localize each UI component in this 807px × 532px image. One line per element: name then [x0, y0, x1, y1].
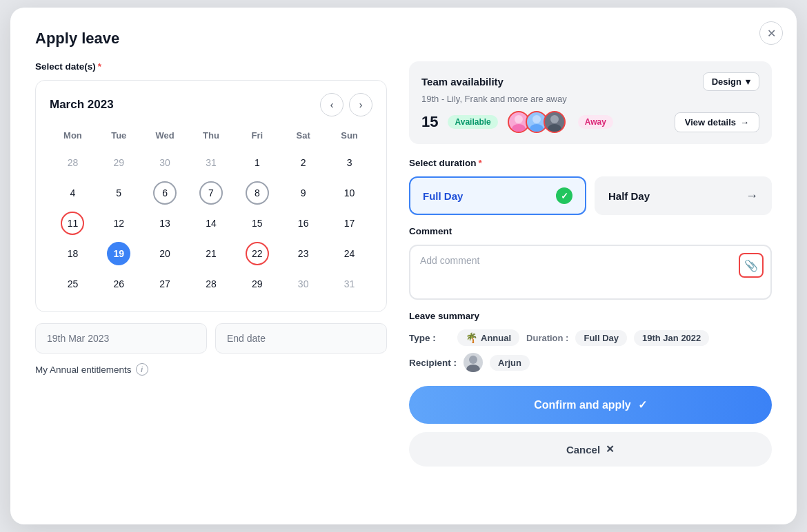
away-badge: Away: [578, 115, 613, 129]
summary-type-row: Type : 🌴 Annual Duration : Full Day 19th…: [409, 329, 772, 346]
team-avail-title: Team availability: [421, 76, 504, 88]
calendar-day[interactable]: 6: [142, 178, 188, 208]
calendar-day[interactable]: 30: [142, 147, 188, 178]
calendar-day[interactable]: 23: [280, 238, 326, 269]
calendar-day[interactable]: 2: [280, 147, 326, 178]
calendar-container: March 2023 ‹ › MonTueWedThuFriSatSun 282…: [35, 80, 387, 312]
left-panel: Select date(s)* March 2023 ‹ › MonTueWed…: [35, 61, 387, 467]
calendar-day[interactable]: 7: [188, 178, 235, 208]
summary-recipient-row: Recipient : Arjun: [409, 353, 772, 372]
avatars-group: [508, 111, 566, 133]
available-badge: Available: [448, 115, 497, 129]
design-dropdown[interactable]: Design ▾: [703, 72, 759, 91]
calendar-day[interactable]: 26: [96, 269, 142, 299]
calendar-grid: MonTueWedThuFriSatSun 282930311234567891…: [50, 127, 372, 299]
calendar-day[interactable]: 9: [280, 178, 326, 208]
duration-divider-label: Duration :: [526, 333, 568, 343]
check-icon: ✓: [556, 187, 572, 204]
entitlements-label: My Annual entitlements: [35, 365, 132, 375]
svg-point-2: [532, 115, 541, 123]
calendar-day[interactable]: 22: [234, 238, 280, 269]
calendar-day[interactable]: 3: [326, 147, 372, 178]
weekday-header: Sun: [326, 127, 372, 147]
calendar-day[interactable]: 21: [188, 238, 235, 269]
leave-summary-section: Leave summary Type : 🌴 Annual Duration :…: [409, 311, 772, 372]
select-dates-label: Select date(s)*: [35, 61, 387, 72]
duration-section: Select duration* Full Day ✓ Half Day →: [409, 158, 772, 215]
palm-tree-icon: 🌴: [466, 332, 477, 343]
paperclip-icon: 📎: [744, 259, 758, 272]
confirm-label: Confirm and apply: [534, 399, 630, 411]
chevron-down-icon: ▾: [746, 76, 750, 87]
date-tag: 19th Jan 2022: [634, 330, 709, 346]
apply-leave-modal: ✕ Apply leave Select date(s)* March 2023…: [10, 8, 797, 524]
prev-month-button[interactable]: ‹: [320, 93, 343, 116]
svg-point-6: [469, 356, 477, 364]
calendar-day[interactable]: 10: [326, 178, 372, 208]
calendar-day[interactable]: 11: [50, 208, 96, 238]
info-icon[interactable]: i: [136, 363, 148, 376]
check-icon: ✓: [638, 398, 647, 411]
view-details-button[interactable]: View details →: [675, 112, 759, 132]
comment-label: Comment: [409, 226, 772, 236]
duration-label: Select duration*: [409, 158, 772, 168]
team-avail-subtitle: 19th - Lily, Frank and more are away: [421, 94, 759, 104]
calendar-day[interactable]: 5: [96, 178, 142, 208]
calendar-day[interactable]: 28: [50, 147, 96, 178]
calendar-day[interactable]: 12: [96, 208, 142, 238]
entitlements-row: My Annual entitlements i: [35, 363, 387, 376]
calendar-month-year: March 2023: [50, 98, 114, 112]
svg-point-1: [512, 124, 526, 132]
svg-point-4: [550, 115, 559, 123]
full-day-label: Full Day: [423, 190, 463, 202]
calendar-day[interactable]: 16: [280, 208, 326, 238]
calendar-day[interactable]: 31: [188, 147, 235, 178]
arrow-right-icon: →: [746, 189, 758, 203]
start-date-input[interactable]: 19th Mar 2023: [35, 323, 207, 354]
weekday-header: Thu: [188, 127, 235, 147]
confirm-button[interactable]: Confirm and apply ✓: [409, 386, 772, 424]
cancel-button[interactable]: Cancel ✕: [409, 432, 772, 467]
calendar-day[interactable]: 24: [326, 238, 372, 269]
close-icon: ✕: [606, 443, 615, 456]
calendar-day[interactable]: 4: [50, 178, 96, 208]
half-day-option[interactable]: Half Day →: [595, 176, 772, 215]
calendar-day[interactable]: 19: [96, 238, 142, 269]
calendar-day[interactable]: 25: [50, 269, 96, 299]
type-label: Type :: [409, 333, 450, 343]
recipient-label: Recipient :: [409, 358, 457, 368]
calendar-day[interactable]: 1: [234, 147, 280, 178]
avatar-3: [544, 111, 566, 133]
calendar-day[interactable]: 17: [326, 208, 372, 238]
close-button[interactable]: ✕: [759, 21, 783, 45]
comment-box[interactable]: Add comment 📎: [409, 245, 772, 300]
calendar-day[interactable]: 30: [280, 269, 326, 299]
calendar-day[interactable]: 27: [142, 269, 188, 299]
attach-button[interactable]: 📎: [739, 253, 764, 278]
weekday-header: Mon: [50, 127, 96, 147]
cancel-label: Cancel: [566, 444, 600, 456]
weekday-header: Wed: [142, 127, 188, 147]
team-availability-card: Team availability Design ▾ 19th - Lily, …: [409, 61, 772, 144]
calendar-day[interactable]: 31: [326, 269, 372, 299]
svg-point-0: [515, 115, 523, 123]
calendar-day[interactable]: 28: [188, 269, 235, 299]
svg-point-7: [466, 365, 480, 372]
calendar-day[interactable]: 14: [188, 208, 235, 238]
calendar-day[interactable]: 29: [96, 147, 142, 178]
half-day-label: Half Day: [608, 190, 650, 202]
comment-section: Comment Add comment 📎: [409, 226, 772, 300]
svg-point-3: [530, 124, 544, 132]
next-month-button[interactable]: ›: [349, 93, 372, 116]
svg-point-5: [548, 124, 561, 132]
recipient-tag: Arjun: [490, 355, 530, 371]
bottom-actions: Confirm and apply ✓ Cancel ✕: [409, 386, 772, 467]
calendar-day[interactable]: 8: [234, 178, 280, 208]
calendar-day[interactable]: 13: [142, 208, 188, 238]
full-day-option[interactable]: Full Day ✓: [409, 176, 586, 215]
calendar-day[interactable]: 20: [142, 238, 188, 269]
end-date-input[interactable]: End date: [215, 323, 387, 354]
calendar-day[interactable]: 15: [234, 208, 280, 238]
calendar-day[interactable]: 18: [50, 238, 96, 269]
calendar-day[interactable]: 29: [234, 269, 280, 299]
